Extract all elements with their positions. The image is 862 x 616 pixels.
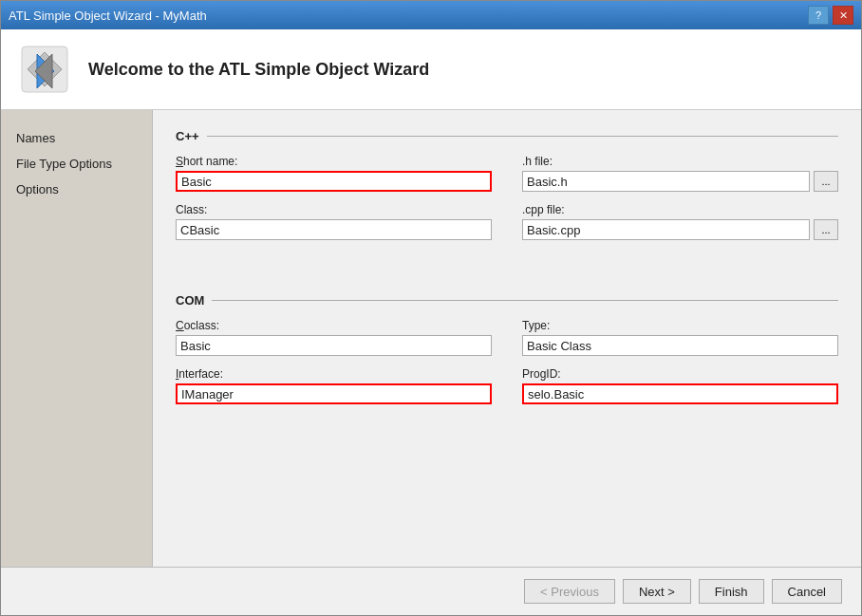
title-bar-text: ATL Simple Object Wizard - MyMath [9,9,808,23]
coclass-field: Coclass: [176,319,492,356]
cpp-section: C++ Short name: .h file: ... [176,129,838,240]
com-section-divider [212,300,838,301]
wizard-title: Welcome to the ATL Simple Object Wizard [88,60,429,80]
title-bar: ATL Simple Object Wizard - MyMath ? ✕ [1,1,861,29]
type-input[interactable] [522,335,838,356]
sidebar-item-file-type-options[interactable]: File Type Options [1,151,152,177]
previous-button[interactable]: < Previous [524,579,615,604]
finish-button[interactable]: Finish [699,579,764,604]
interface-label: Interface: [176,367,492,381]
cpp-file-field: .cpp file: ... [522,203,838,240]
cpp-file-label: .cpp file: [522,203,838,216]
interface-input[interactable] [176,383,492,404]
cpp-file-browse-button[interactable]: ... [814,219,838,240]
class-field: Class: [176,203,492,240]
cpp-section-title: C++ [176,129,207,143]
sidebar-item-names[interactable]: Names [1,125,152,151]
cpp-file-input[interactable] [522,219,810,240]
h-file-input-row: ... [522,171,838,192]
short-name-field: Short name: [176,155,492,192]
com-section-header: COM [176,293,838,308]
help-button[interactable]: ? [808,6,829,25]
com-section: COM Coclass: Type: [176,293,838,404]
cpp-section-divider [207,136,838,137]
wizard-body: Names File Type Options Options C++ Shor… [1,110,861,567]
main-content: C++ Short name: .h file: ... [153,110,861,567]
short-name-label: Short name: [176,155,492,168]
cpp-section-header: C++ [176,129,838,143]
type-field: Type: [522,319,838,356]
coclass-input[interactable] [176,335,492,356]
wizard-header: Welcome to the ATL Simple Object Wizard [1,29,861,110]
com-form-grid: Coclass: Type: Interface: [176,319,838,404]
h-file-label: .h file: [522,155,838,168]
class-input[interactable] [176,219,492,240]
wizard-footer: < Previous Next > Finish Cancel [1,567,861,615]
title-bar-controls: ? ✕ [808,6,853,25]
h-file-input[interactable] [522,171,810,192]
h-file-browse-button[interactable]: ... [814,171,838,192]
wizard-window: ATL Simple Object Wizard - MyMath ? ✕ We… [0,0,862,616]
com-section-title: COM [176,293,212,308]
prog-id-input[interactable] [522,383,838,404]
type-label: Type: [522,319,838,332]
cpp-form-grid: Short name: .h file: ... Class: [176,155,838,240]
section-spacer [176,263,838,293]
sidebar-item-options[interactable]: Options [1,177,152,202]
h-file-field: .h file: ... [522,155,838,192]
sidebar: Names File Type Options Options [1,110,153,567]
prog-id-label: ProgID: [522,367,838,381]
wizard-logo-icon [20,45,69,94]
next-button[interactable]: Next > [623,579,691,604]
coclass-label: Coclass: [176,319,492,332]
prog-id-field: ProgID: [522,367,838,404]
close-button[interactable]: ✕ [833,6,853,25]
interface-field: Interface: [176,367,492,404]
cpp-file-input-row: ... [522,219,838,240]
class-label: Class: [176,203,492,216]
short-name-input[interactable] [176,171,492,192]
cancel-button[interactable]: Cancel [772,579,842,604]
